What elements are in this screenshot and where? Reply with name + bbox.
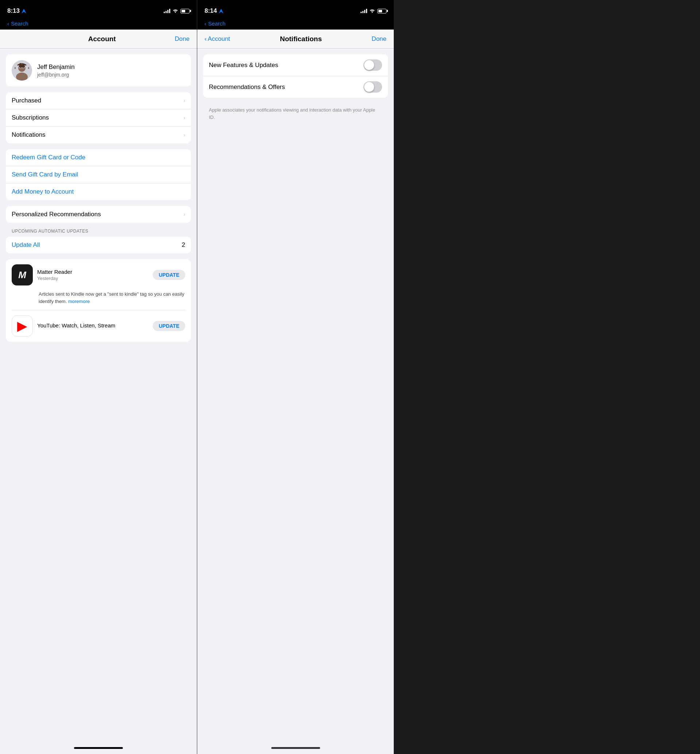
profile-email: jeff@bnjm.org (37, 72, 75, 78)
right-done-button[interactable]: Done (372, 35, 386, 43)
matter-description: Articles sent to Kindle now get a "sent … (6, 291, 191, 310)
personalized-chevron-icon: › (183, 211, 185, 217)
right-time-text: 8:14 (205, 7, 217, 14)
right-home-bar (271, 747, 320, 749)
background-filler (394, 0, 700, 754)
personalized-label: Personalized Recommendations (12, 211, 101, 218)
left-home-indicator (0, 741, 197, 754)
youtube-update-button[interactable]: UPDATE (153, 321, 185, 331)
app-updates-card: M Matter Reader Yesterday UPDATE Article… (6, 259, 191, 342)
send-gift-label: Send Gift Card by Email (12, 171, 78, 178)
right-location-icon (219, 9, 223, 14)
left-nav-bar: Account Done (0, 30, 197, 48)
add-money-label: Add Money to Account (12, 188, 73, 196)
purchased-row[interactable]: Purchased › (6, 92, 191, 110)
youtube-info: YouTube: Watch, Listen, Stream (37, 322, 148, 329)
matter-update-button[interactable]: UPDATE (153, 270, 185, 280)
left-done-button[interactable]: Done (175, 35, 189, 43)
signal-icon (164, 9, 170, 13)
notifications-chevron-icon: › (183, 132, 185, 138)
toggle-knob (364, 60, 374, 70)
profile-card: Jeff Benjamin jeff@bnjm.org (6, 54, 191, 86)
left-nav-title: Account (88, 35, 116, 43)
right-back-button[interactable]: ‹ Account (205, 35, 230, 43)
right-battery-icon (377, 9, 386, 14)
update-count: 2 (182, 241, 185, 249)
left-time: 8:13 (7, 7, 26, 14)
back-chevron-icon: ‹ (7, 20, 9, 27)
subscriptions-chevron-icon: › (183, 115, 185, 121)
right-status-icons (361, 8, 386, 14)
battery-icon (180, 9, 189, 14)
svg-rect-8 (19, 64, 25, 67)
youtube-row: ▶ YouTube: Watch, Listen, Stream UPDATE (6, 310, 191, 342)
updates-section-label: UPCOMING AUTOMATIC UPDATES (6, 228, 191, 234)
svg-marker-12 (219, 9, 223, 14)
notifications-footer: Apple associates your notifications view… (203, 103, 388, 124)
location-icon (22, 9, 26, 14)
right-nav-title: Notifications (280, 35, 322, 43)
gift-card: Redeem Gift Card or Code Send Gift Card … (6, 149, 191, 200)
svg-rect-10 (14, 67, 16, 69)
matter-reader-date: Yesterday (37, 275, 148, 281)
update-all-row[interactable]: Update All 2 (6, 237, 191, 253)
matter-reader-section: M Matter Reader Yesterday UPDATE Article… (6, 259, 191, 310)
right-back-chevron-icon: ‹ (205, 20, 206, 27)
profile-info: Jeff Benjamin jeff@bnjm.org (37, 63, 75, 78)
recommendations-label: Recommendations & Offers (209, 83, 285, 91)
right-signal-icon (361, 9, 367, 13)
notifications-row[interactable]: Notifications › (6, 127, 191, 143)
right-home-indicator (197, 741, 394, 754)
subscriptions-label: Subscriptions (12, 114, 49, 121)
matter-reader-info: Matter Reader Yesterday (37, 269, 148, 281)
left-search-bar: ‹ Search (0, 20, 197, 30)
right-status-bar: 8:14 (197, 0, 394, 20)
home-bar (74, 747, 123, 749)
right-wifi-icon (369, 8, 375, 14)
svg-rect-11 (28, 67, 29, 69)
left-content: Jeff Benjamin jeff@bnjm.org Purchased › … (0, 48, 197, 741)
right-nav-bar: ‹ Account Notifications Done (197, 30, 394, 48)
profile-row[interactable]: Jeff Benjamin jeff@bnjm.org (6, 54, 191, 86)
recommendations-toggle-knob (364, 82, 374, 92)
update-all-card: Update All 2 (6, 237, 191, 253)
send-gift-row[interactable]: Send Gift Card by Email (6, 166, 191, 183)
purchased-chevron-icon: › (183, 98, 185, 103)
personalized-row[interactable]: Personalized Recommendations › (6, 206, 191, 223)
right-phone-screen: 8:14 ‹ Search ‹ Accou (197, 0, 394, 754)
redeem-label: Redeem Gift Card or Code (12, 154, 85, 161)
avatar (12, 60, 32, 81)
notifications-card: New Features & Updates Recommendations &… (203, 54, 388, 98)
right-back-label: Account (208, 35, 230, 43)
matter-reader-row: M Matter Reader Yesterday UPDATE (6, 259, 191, 291)
search-back-label[interactable]: Search (11, 20, 28, 27)
update-all-label: Update All (12, 241, 40, 249)
matter-reader-icon: M (12, 264, 33, 285)
time-text: 8:13 (7, 7, 20, 14)
new-features-label: New Features & Updates (209, 62, 278, 69)
youtube-icon: ▶ (12, 315, 33, 336)
purchased-label: Purchased (12, 97, 41, 104)
right-time: 8:14 (205, 7, 223, 14)
redeem-row[interactable]: Redeem Gift Card or Code (6, 149, 191, 166)
left-status-bar: 8:13 (0, 0, 197, 20)
new-features-toggle[interactable] (364, 59, 382, 71)
subscriptions-row[interactable]: Subscriptions › (6, 110, 191, 127)
svg-marker-0 (22, 9, 26, 14)
left-status-icons (164, 8, 189, 14)
left-phone-screen: 8:13 ‹ Search Account Don (0, 0, 197, 754)
matter-more-link[interactable]: more (68, 299, 79, 304)
right-content: New Features & Updates Recommendations &… (197, 48, 394, 741)
right-back-chevron-nav-icon: ‹ (205, 35, 207, 43)
matter-reader-name: Matter Reader (37, 269, 148, 275)
profile-name: Jeff Benjamin (37, 63, 75, 71)
add-money-row[interactable]: Add Money to Account (6, 183, 191, 200)
right-search-back-label[interactable]: Search (208, 20, 226, 27)
youtube-name: YouTube: Watch, Listen, Stream (37, 322, 148, 329)
notifications-label: Notifications (12, 131, 45, 139)
recommendations-row: Recommendations & Offers (203, 76, 388, 98)
recommendations-toggle[interactable] (364, 81, 382, 92)
personalized-card: Personalized Recommendations › (6, 206, 191, 223)
right-search-bar: ‹ Search (197, 20, 394, 30)
menu-card: Purchased › Subscriptions › Notification… (6, 92, 191, 143)
